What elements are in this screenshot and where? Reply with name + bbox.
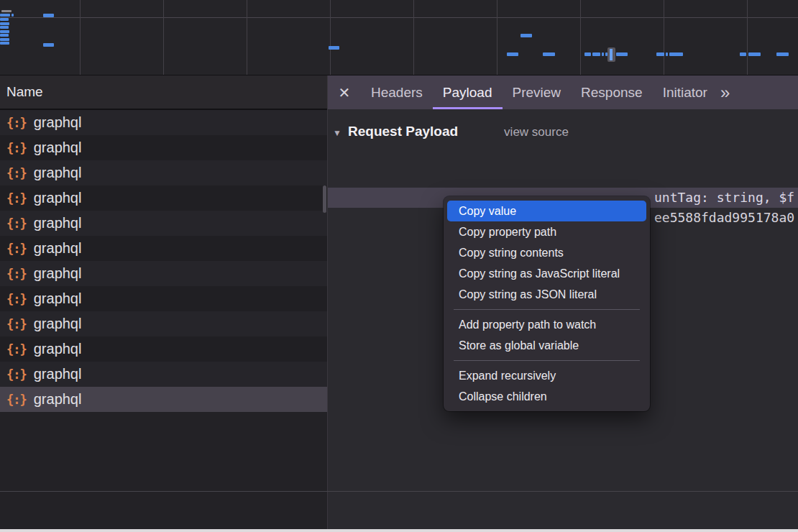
menu-item-copy-property-path[interactable]: Copy property path [444,221,650,242]
menu-item-copy-string-contents[interactable]: Copy string contents [444,242,650,263]
json-braces-icon: {:} [6,191,27,206]
menu-item-copy-value[interactable]: Copy value [447,201,646,221]
request-row-graphql[interactable]: {:}graphql [0,387,327,412]
request-name-label: graphql [34,290,82,307]
network-timeline-bar[interactable] [666,52,668,56]
request-row-graphql[interactable]: {:}graphql [0,286,327,311]
network-timeline-bar[interactable] [507,52,518,56]
menu-item-copy-string-as-json-literal[interactable]: Copy string as JSON literal [444,284,650,305]
request-name-label: graphql [34,114,82,131]
menu-item-copy-string-as-javascript-literal[interactable]: Copy string as JavaScript literal [444,263,650,284]
overview-gridline [330,0,331,75]
request-payload-section: ▼Request Payloadview source [328,119,798,144]
close-icon[interactable]: ✕ [328,84,361,101]
request-name-label: graphql [34,215,82,231]
selected-request-bar [610,49,613,60]
payload-row-operation-name[interactable]: operationName:"ipFlowTimeseries" [328,168,798,188]
network-timeline-bar[interactable] [669,52,683,56]
tab-headers[interactable]: Headers [361,75,433,109]
network-timeline-bar[interactable] [0,18,9,21]
variables-preview-fragment: ee5588fdad995178a0 [654,208,794,228]
overview-gridline [413,0,414,75]
network-timeline-bar[interactable] [1,10,12,12]
request-row-graphql[interactable]: {:}graphql [0,236,327,261]
menu-item-add-property-path-to-watch[interactable]: Add property path to watch [444,314,650,335]
disclosure-expanded-icon[interactable]: ▼ [333,121,343,145]
json-braces-icon: {:} [6,267,27,281]
menu-item-collapse-children[interactable]: Collapse children [444,386,650,407]
property-value-right-fragment: untTag: string, $f [654,188,794,208]
request-list-pane: Name {:}graphql{:}graphql{:}graphql{:}gr… [0,75,327,529]
view-source-link[interactable]: view source [504,125,569,139]
network-timeline-bar[interactable] [0,26,9,29]
json-braces-icon: {:} [6,342,27,357]
network-timeline-bar[interactable] [12,14,14,17]
scrollbar-thumb[interactable] [323,185,326,213]
network-timeline-bar[interactable] [520,34,532,37]
json-braces-icon: {:} [6,393,27,407]
network-timeline-bar[interactable] [0,34,9,37]
network-timeline-bar[interactable] [584,52,591,56]
request-payload-title: Request Payload [348,124,458,139]
menu-item-store-as-global-variable[interactable]: Store as global variable [444,335,650,356]
menu-item-expand-recursively[interactable]: Expand recursively [444,365,650,386]
more-tabs-icon[interactable]: » [720,75,730,109]
network-timeline-bar[interactable] [0,22,9,25]
network-timeline-bar[interactable] [0,14,10,17]
network-timeline-bar[interactable] [543,52,555,56]
network-timeline-bar[interactable] [0,30,9,33]
request-row-graphql[interactable]: {:}graphql [0,311,327,336]
request-name-label: graphql [34,316,82,332]
overview-gridline [664,0,664,75]
request-row-graphql[interactable]: {:}graphql [0,261,327,286]
network-overview-timeline[interactable] [0,0,798,75]
overview-gridline [80,0,81,75]
tab-initiator[interactable]: Initiator [653,75,717,109]
network-timeline-bar[interactable] [748,52,761,56]
network-timeline-bar[interactable] [656,52,664,56]
request-name-label: graphql [34,240,82,257]
request-row-graphql[interactable]: {:}graphql [0,160,327,185]
request-row-graphql[interactable]: {:}graphql [0,211,327,236]
request-name-label: graphql [34,341,82,357]
network-timeline-bar[interactable] [602,52,604,56]
overview-gridline [247,0,247,75]
network-timeline-bar[interactable] [0,42,9,45]
tab-response[interactable]: Response [571,75,653,109]
request-name-label: graphql [34,391,82,408]
network-timeline-bar[interactable] [616,52,628,56]
window-bottom-edge [0,529,798,532]
request-row-graphql[interactable]: {:}graphql [0,110,327,135]
devtools-network-panel: Name {:}graphql{:}graphql{:}graphql{:}gr… [0,0,798,532]
json-braces-icon: {:} [6,367,27,382]
overview-gridline [497,0,497,75]
context-menu-separator [454,360,640,361]
network-timeline-bar[interactable] [740,52,746,56]
request-row-graphql[interactable]: {:}graphql [0,135,327,160]
network-timeline-bar[interactable] [329,46,339,50]
overview-horizontal-gridline [0,17,798,18]
selected-request-marker [607,47,615,62]
overview-gridline [163,0,164,75]
network-timeline-bar[interactable] [592,52,600,56]
payload-root-row[interactable]: ▼{operationName: "ipFlowTimeseries", var… [328,147,798,168]
request-list: {:}graphql{:}graphql{:}graphql{:}graphql… [0,110,327,412]
network-timeline-bar[interactable] [776,52,789,56]
tab-payload[interactable]: Payload [433,75,503,109]
json-braces-icon: {:} [6,166,27,180]
network-timeline-bar[interactable] [0,38,9,41]
network-timeline-bar[interactable] [43,43,54,47]
json-braces-icon: {:} [6,141,27,155]
request-row-graphql[interactable]: {:}graphql [0,185,327,211]
overview-gridline [580,0,581,75]
overview-gridline [747,0,748,75]
network-timeline-bar[interactable] [43,14,54,17]
name-column-header[interactable]: Name [0,75,327,110]
request-row-graphql[interactable]: {:}graphql [0,362,327,387]
json-braces-icon: {:} [6,116,27,130]
request-row-graphql[interactable]: {:}graphql [0,336,327,362]
tab-preview[interactable]: Preview [503,75,572,109]
request-name-label: graphql [34,165,82,181]
json-braces-icon: {:} [6,242,27,256]
request-name-label: graphql [34,265,82,282]
